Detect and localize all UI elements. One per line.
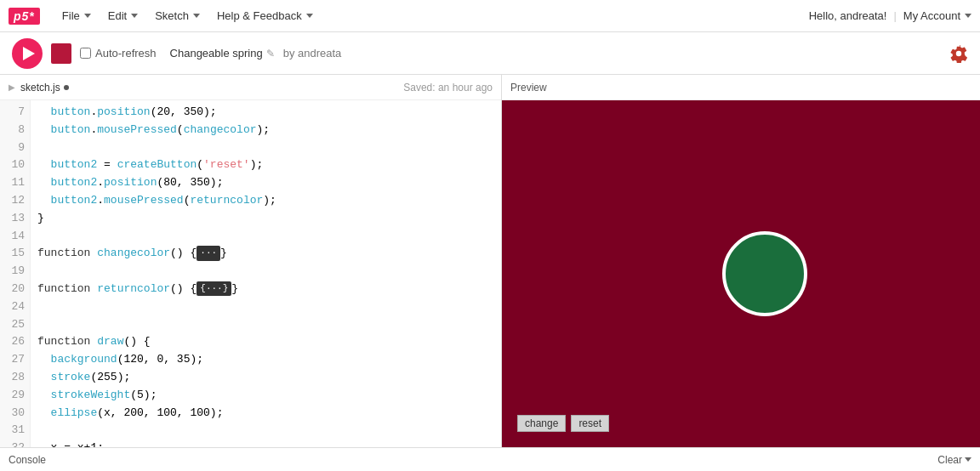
modified-dot <box>64 85 69 90</box>
settings-icon[interactable] <box>949 44 968 63</box>
separator: | <box>893 9 896 22</box>
play-button[interactable] <box>12 38 43 69</box>
console-bar: Console Clear <box>0 447 980 471</box>
p5-logo[interactable]: p5* <box>9 8 40 25</box>
menu-sketch[interactable]: Sketch <box>146 0 208 32</box>
chevron-down-icon <box>131 14 138 18</box>
menu-bar: File Edit Sketch Help & Feedback <box>54 0 322 32</box>
code-content[interactable]: button.position(20, 350); button.mousePr… <box>31 100 501 447</box>
stop-button[interactable] <box>51 43 71 64</box>
collapsed-block[interactable]: ··· <box>197 246 220 261</box>
preview-canvas: change reset <box>502 100 980 447</box>
preview-ellipse <box>722 231 807 316</box>
change-button[interactable]: change <box>517 415 566 432</box>
topbar: p5* File Edit Sketch Help & Feedback Hel… <box>0 0 980 32</box>
auto-refresh-checkbox[interactable] <box>80 48 91 59</box>
toolbar: Auto-refresh Changeable spring ✎ by andr… <box>0 32 980 75</box>
console-label: Console <box>9 454 46 466</box>
menu-help[interactable]: Help & Feedback <box>208 0 322 32</box>
pencil-icon[interactable]: ✎ <box>266 48 275 60</box>
editor-header: ▶ sketch.js Saved: an hour ago <box>0 75 501 100</box>
saved-status: Saved: an hour ago <box>403 82 493 94</box>
sketch-author: by andreata <box>283 47 342 60</box>
play-icon <box>23 47 35 60</box>
line-numbers: 7 8 9 10 11 12 13 14 15 19 20 24 25 26 2… <box>0 100 31 447</box>
collapse-editor-arrow[interactable]: ▶ <box>9 82 15 92</box>
sketch-title: Changeable spring ✎ <box>170 47 275 60</box>
collapsed-block-2[interactable]: {···} <box>197 281 231 297</box>
user-info: Hello, andreata! | My Account <box>809 9 971 22</box>
chevron-down-icon <box>965 457 971 462</box>
menu-file[interactable]: File <box>54 0 100 32</box>
my-account-menu[interactable]: My Account <box>903 9 971 22</box>
preview-header: Preview <box>502 75 980 100</box>
editor-tab[interactable]: sketch.js <box>20 82 69 94</box>
clear-button[interactable]: Clear <box>937 454 971 466</box>
chevron-down-icon <box>306 14 313 18</box>
chevron-down-icon <box>193 14 200 18</box>
main-area: ▶ sketch.js Saved: an hour ago 7 8 9 10 … <box>0 75 980 447</box>
preview-buttons: change reset <box>517 415 609 432</box>
chevron-down-icon <box>84 14 91 18</box>
editor-panel: ▶ sketch.js Saved: an hour ago 7 8 9 10 … <box>0 75 502 447</box>
menu-edit[interactable]: Edit <box>100 0 146 32</box>
chevron-down-icon <box>965 14 971 18</box>
auto-refresh-label[interactable]: Auto-refresh <box>80 47 157 60</box>
greeting-text: Hello, andreata! <box>809 9 887 22</box>
reset-button[interactable]: reset <box>571 415 609 432</box>
preview-panel: Preview change reset <box>502 75 980 447</box>
code-area[interactable]: 7 8 9 10 11 12 13 14 15 19 20 24 25 26 2… <box>0 100 501 447</box>
